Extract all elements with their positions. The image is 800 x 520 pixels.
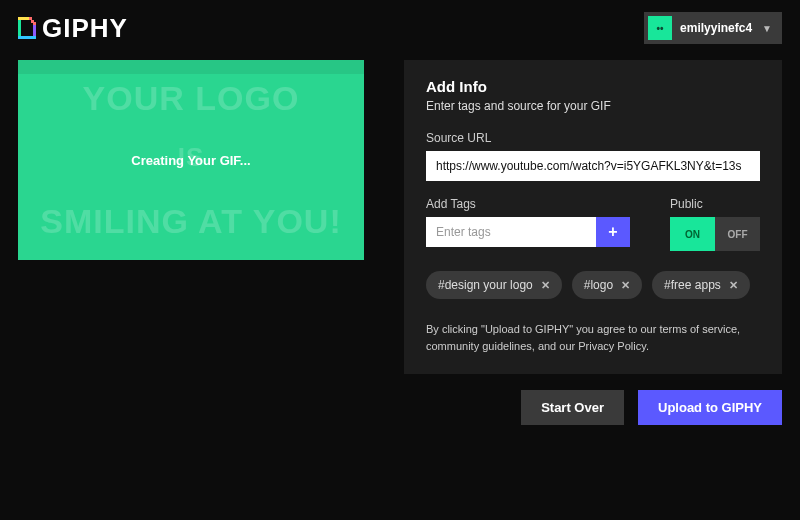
svg-rect-3 — [18, 36, 36, 39]
toggle-on[interactable]: ON — [670, 217, 715, 251]
chevron-down-icon: ▼ — [762, 23, 772, 34]
brand-name: GIPHY — [42, 13, 128, 44]
add-tag-button[interactable]: + — [596, 217, 630, 247]
svg-rect-6 — [33, 22, 36, 25]
loading-status: Creating Your GIF... — [131, 153, 250, 168]
tag-chips: #design your logo ✕ #logo ✕ #free apps ✕ — [426, 271, 760, 299]
source-url-label: Source URL — [426, 131, 760, 145]
tag-label: #design your logo — [438, 278, 533, 292]
preview-text-line1: YOUR LOGO — [18, 78, 364, 119]
start-over-button[interactable]: Start Over — [521, 390, 624, 425]
svg-rect-0 — [18, 19, 21, 37]
toggle-off[interactable]: OFF — [715, 217, 760, 251]
preview-text-line3: SMILING AT YOU! — [18, 201, 364, 242]
footer-buttons: Start Over Upload to GIPHY — [0, 374, 800, 425]
main-content: YOUR LOGO IS SMILING AT YOU! Creating Yo… — [0, 52, 800, 374]
tag-label: #logo — [584, 278, 613, 292]
svg-rect-2 — [18, 17, 29, 20]
tags-input[interactable] — [426, 217, 596, 247]
panel-title: Add Info — [426, 78, 760, 95]
user-menu[interactable]: •• emilyyinefc4 ▼ — [644, 12, 782, 44]
brand-logo[interactable]: GIPHY — [18, 13, 128, 44]
username: emilyyinefc4 — [680, 21, 752, 35]
remove-tag-icon[interactable]: ✕ — [729, 279, 738, 292]
info-panel: Add Info Enter tags and source for your … — [404, 60, 782, 374]
public-label: Public — [670, 197, 760, 211]
avatar: •• — [648, 16, 672, 40]
gif-preview: YOUR LOGO IS SMILING AT YOU! Creating Yo… — [18, 60, 364, 260]
tag-chip: #free apps ✕ — [652, 271, 750, 299]
tag-chip: #logo ✕ — [572, 271, 642, 299]
remove-tag-icon[interactable]: ✕ — [621, 279, 630, 292]
tag-chip: #design your logo ✕ — [426, 271, 562, 299]
giphy-logo-icon — [18, 17, 36, 39]
svg-rect-1 — [33, 23, 36, 37]
upload-button[interactable]: Upload to GIPHY — [638, 390, 782, 425]
tag-label: #free apps — [664, 278, 721, 292]
remove-tag-icon[interactable]: ✕ — [541, 279, 550, 292]
add-tags-label: Add Tags — [426, 197, 630, 211]
disclaimer-text: By clicking "Upload to GIPHY" you agree … — [426, 321, 760, 354]
svg-rect-4 — [29, 17, 32, 20]
source-url-input[interactable] — [426, 151, 760, 181]
panel-subtitle: Enter tags and source for your GIF — [426, 99, 760, 113]
public-toggle: ON OFF — [670, 217, 760, 251]
header: GIPHY •• emilyyinefc4 ▼ — [0, 0, 800, 52]
